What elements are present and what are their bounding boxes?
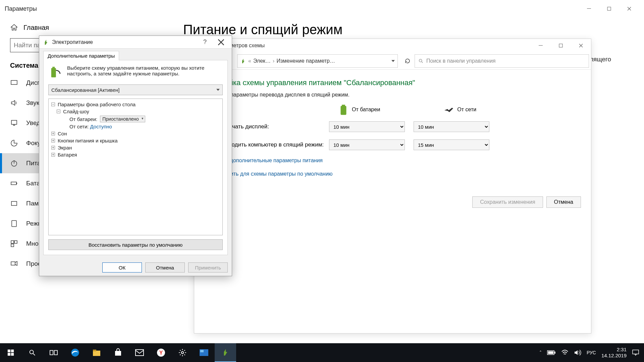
taskbar-edge[interactable] (64, 343, 86, 362)
project-icon (10, 260, 18, 268)
svg-rect-0 (587, 8, 591, 9)
cp-link-advanced[interactable]: Изменить дополнительные параметры питани… (204, 158, 581, 164)
taskbar-app-generic[interactable] (193, 343, 215, 362)
display-icon (10, 79, 18, 87)
chevron-down-icon (216, 89, 220, 91)
settings-title: Параметры (5, 5, 37, 12)
maximize-button[interactable] (599, 2, 619, 15)
svg-line-17 (422, 62, 423, 63)
tree-node-background[interactable]: − Параметры фона рабочего стола (50, 101, 221, 108)
tree-collapse-icon[interactable]: − (57, 110, 60, 113)
svg-point-39 (181, 352, 184, 354)
tray-action-center-icon[interactable] (632, 349, 639, 356)
cp-cancel-button[interactable]: Отмена (546, 196, 581, 208)
tray-lang[interactable]: РУС (587, 350, 596, 355)
taskbar-power-options[interactable] (215, 343, 236, 362)
cp-maximize-button[interactable] (551, 39, 571, 52)
svg-rect-36 (136, 350, 144, 356)
cp-search[interactable]: Поиск в панели управления (415, 54, 589, 68)
taskbar-store[interactable] (107, 343, 129, 362)
crumb-sep: « (248, 58, 251, 64)
scheme-select-value: Сбалансированная [Активен] (51, 87, 119, 93)
ok-button[interactable]: ОК (102, 262, 142, 273)
tray-wifi-icon[interactable] (561, 350, 569, 356)
tree-expand-icon[interactable]: + (51, 146, 55, 149)
svg-rect-1 (607, 7, 611, 10)
tray-overflow-button[interactable]: ˄ (539, 350, 542, 355)
search-icon (418, 58, 424, 64)
sleep-battery-select[interactable]: 10 мин (329, 139, 405, 150)
start-button[interactable] (0, 343, 21, 362)
tree-label: Слайд-шоу (63, 109, 89, 114)
tree-expand-icon[interactable]: + (51, 132, 55, 135)
tray-clock[interactable]: 2:31 14.12.2019 (601, 347, 627, 359)
svg-rect-45 (633, 350, 639, 354)
cp-navbar: « Элек… › Изменение параметр… Поиск в па… (194, 52, 591, 70)
svg-rect-22 (52, 67, 55, 68)
storage-icon (10, 199, 18, 207)
tray-battery-icon[interactable] (547, 350, 556, 355)
tablet-icon (10, 220, 18, 228)
sidebar-home[interactable]: Главная (0, 17, 160, 36)
scheme-select[interactable]: Сбалансированная [Активен] (48, 84, 223, 95)
tree-node-screen[interactable]: + Экран (50, 144, 221, 151)
taskbar-yandex[interactable]: Y (150, 343, 172, 362)
cp-link-restore[interactable]: Восстановить для схемы параметры по умол… (204, 171, 581, 177)
battery-icon (10, 179, 18, 187)
svg-rect-2 (11, 80, 17, 84)
tree-node-slideshow[interactable]: − Слайд-шоу (50, 108, 221, 115)
tree-expand-icon[interactable]: + (51, 153, 55, 157)
taskbar-explorer[interactable] (86, 343, 107, 362)
chevron-down-icon[interactable] (391, 60, 395, 62)
tree-node-sleep[interactable]: + Сон (50, 130, 221, 137)
svg-rect-24 (8, 350, 10, 352)
svg-rect-33 (93, 351, 100, 356)
leaf-label: От батареи: (69, 116, 97, 122)
taskbar-settings[interactable] (172, 343, 193, 362)
svg-rect-30 (50, 351, 53, 355)
leaf-ac-value-link[interactable]: Доступно (90, 124, 112, 129)
restore-defaults-button[interactable]: Восстановить параметры по умолчанию (48, 239, 223, 250)
dlg-titlebar: Электропитание ? (39, 36, 232, 49)
svg-rect-23 (51, 68, 56, 77)
cp-close-button[interactable] (571, 39, 591, 52)
dlg-desc: Выберите схему управления питанием, кото… (48, 65, 223, 79)
cancel-button[interactable]: Отмена (145, 262, 185, 273)
battery-icon (338, 104, 348, 115)
tree-expand-icon[interactable]: + (51, 139, 55, 142)
svg-rect-15 (559, 44, 562, 47)
breadcrumb[interactable]: « Элек… › Изменение параметр… (237, 54, 398, 68)
crumb-part2[interactable]: Изменение параметр… (276, 58, 335, 64)
sleep-ac-select[interactable]: 15 мин (414, 139, 489, 150)
cp-content: Настройка схемы управления питанием "Сба… (194, 70, 591, 217)
sidebar-home-label: Главная (23, 24, 49, 32)
power-icon (10, 159, 18, 167)
dlg-tab-advanced[interactable]: Дополнительные параметры (43, 51, 119, 60)
tree-collapse-icon[interactable]: − (51, 103, 55, 106)
display-off-ac-select[interactable]: 10 мин (414, 121, 489, 132)
cp-row-display-off: Отключать дисплей: 10 мин 10 мин (204, 121, 581, 132)
crumb-sep: › (273, 58, 274, 64)
minimize-button[interactable] (579, 2, 599, 15)
cp-save-button[interactable]: Сохранить изменения (472, 196, 543, 208)
tree-label: Параметры фона рабочего стола (58, 102, 136, 107)
taskview-button[interactable] (43, 343, 64, 362)
taskbar-mail[interactable] (129, 343, 150, 362)
cp-minimize-button[interactable] (531, 39, 551, 52)
dlg-close-button[interactable] (214, 37, 228, 47)
col-ac-label: От сети (457, 107, 476, 113)
tree-node-battery[interactable]: + Батарея (50, 151, 221, 158)
dlg-help-button[interactable]: ? (198, 37, 212, 47)
leaf-battery-select[interactable]: Приостановлено (100, 116, 145, 122)
apply-button[interactable]: Применить (188, 262, 228, 273)
focus-icon (10, 139, 18, 147)
search-button[interactable] (21, 343, 43, 362)
close-button[interactable] (619, 2, 639, 15)
settings-tree[interactable]: − Параметры фона рабочего стола − Слайд-… (48, 99, 223, 235)
cp-search-placeholder: Поиск в панели управления (426, 58, 495, 64)
nav-refresh-button[interactable] (402, 55, 413, 67)
tray-volume-icon[interactable] (574, 349, 581, 356)
tree-node-buttons-lid[interactable]: + Кнопки питания и крышка (50, 137, 221, 144)
crumb-part1[interactable]: Элек… (253, 58, 271, 64)
display-off-battery-select[interactable]: 10 мин (329, 121, 405, 132)
